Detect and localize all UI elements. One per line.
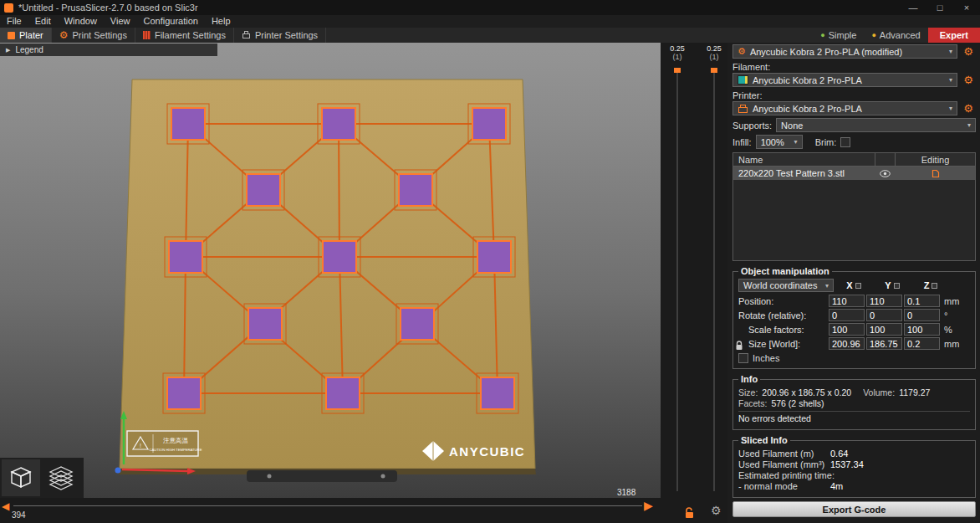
infill-select[interactable]: 100% ▾: [756, 135, 803, 149]
mode-switcher: ● Simple ● Advanced Expert: [813, 28, 980, 43]
print-profile-select[interactable]: ⚙ Anycubic Kobra 2 Pro-PLA (modified) ▾: [732, 44, 957, 59]
menu-help[interactable]: Help: [205, 15, 237, 28]
tab-bar: Plater ⚙ Print Settings Filament Setting…: [0, 28, 980, 43]
filament-profile-select[interactable]: Anycubic Kobra 2 Pro-PLA ▾: [732, 73, 957, 87]
size-x-input[interactable]: [829, 337, 865, 350]
legend-expand-icon[interactable]: ▶: [6, 47, 10, 54]
tab-print-settings-label: Print Settings: [73, 30, 127, 40]
export-gcode-button[interactable]: Export G-code: [732, 501, 976, 517]
menu-file[interactable]: File: [0, 15, 28, 28]
3d-viewport[interactable]: ! 注意高温 CAUTION HIGH TEMPERATURE ANYCUBIC: [0, 43, 661, 498]
eye-icon[interactable]: [880, 170, 891, 177]
mode-simple-label: Simple: [829, 30, 857, 40]
position-label: Position:: [738, 296, 827, 306]
visibility-cell[interactable]: [875, 167, 895, 180]
mirror-x-icon[interactable]: [855, 283, 861, 289]
position-x-input[interactable]: [829, 295, 865, 307]
close-button[interactable]: ×: [953, 0, 980, 15]
printer-profile-row: Anycubic Kobra 2 Pro-PLA ▾ ⚙: [732, 101, 976, 115]
uniform-scale-lock-icon[interactable]: [735, 341, 743, 351]
menu-edit[interactable]: Edit: [28, 15, 58, 28]
mode-expert[interactable]: Expert: [928, 28, 980, 43]
inches-checkbox[interactable]: [738, 353, 748, 363]
brim-label: Brim:: [815, 137, 837, 147]
rotate-y-input[interactable]: [866, 309, 902, 321]
volume-value: 1179.27: [899, 387, 930, 397]
column-name: Name: [733, 153, 875, 166]
printer-profile-value: Anycubic Kobra 2 Pro-PLA: [753, 104, 862, 114]
horizontal-slider-track[interactable]: [13, 505, 642, 506]
axis-header-x: X: [835, 280, 872, 290]
edit-document-icon[interactable]: [932, 169, 940, 178]
filament-settings-gear-button[interactable]: ⚙: [961, 73, 976, 87]
printer-settings-gear-button[interactable]: ⚙: [961, 101, 976, 115]
slider-left-arrow[interactable]: ◀: [2, 501, 9, 511]
size-y-input[interactable]: [866, 337, 902, 350]
bed-front-bar: [247, 470, 397, 482]
coordinates-select[interactable]: World coordinates ▾: [738, 279, 834, 292]
chevron-down-icon: ▾: [967, 121, 971, 129]
size-unit: mm: [942, 339, 960, 349]
lock-open-icon[interactable]: [684, 507, 695, 519]
layer-slider-label-1: 0.25 (1): [662, 44, 692, 61]
tab-plater[interactable]: Plater: [0, 28, 52, 43]
chevron-down-icon: ▾: [949, 48, 952, 55]
used-filament-mm3-row: Used Filament (mm³) 1537.34: [738, 459, 970, 469]
used-filament-m-value: 0.64: [830, 449, 848, 459]
scene-canvas: ! 注意高温 CAUTION HIGH TEMPERATURE ANYCUBIC: [0, 43, 661, 498]
mirror-z-icon[interactable]: [932, 283, 937, 289]
menu-window[interactable]: Window: [58, 15, 104, 28]
mode-advanced[interactable]: ● Advanced: [864, 28, 927, 43]
layer-slider-handle-2[interactable]: [711, 68, 717, 73]
supports-label: Supports:: [732, 120, 772, 131]
scale-row: Scale factors: %: [738, 323, 970, 336]
object-manipulation-section: Object manipulation World coordinates ▾ …: [732, 266, 976, 369]
tab-printer-settings[interactable]: Printer Settings: [234, 28, 326, 43]
plater-icon: [8, 32, 15, 39]
layer-slider-handle-1[interactable]: [674, 68, 681, 73]
rotate-label: Rotate (relative):: [738, 310, 827, 320]
position-z-input[interactable]: [904, 295, 940, 307]
bottom-slider-bar: ◀ ▶ 394 ⚙: [0, 498, 727, 523]
axis-y-label: Y: [885, 280, 891, 290]
preview-layers-toggle[interactable]: [42, 459, 80, 496]
minimize-button[interactable]: —: [900, 0, 926, 15]
menu-view[interactable]: View: [104, 15, 137, 28]
brim-checkbox[interactable]: [840, 137, 850, 147]
supports-select[interactable]: None ▾: [776, 118, 976, 132]
window-title: *Untitled - PrusaSlicer-2.7.0 based on S…: [18, 3, 198, 13]
size-row: Size [World]: mm: [738, 337, 970, 350]
scale-y-input[interactable]: [866, 323, 902, 336]
printer-profile-select[interactable]: Anycubic Kobra 2 Pro-PLA ▾: [732, 101, 957, 115]
position-row: Position: mm: [738, 295, 970, 307]
supports-value: None: [781, 120, 803, 131]
editing-cell[interactable]: [895, 167, 975, 180]
menu-configuration[interactable]: Configuration: [136, 15, 204, 28]
tab-print-settings[interactable]: ⚙ Print Settings: [52, 28, 135, 43]
normal-mode-label: - normal mode: [738, 481, 830, 491]
tab-filament-settings[interactable]: Filament Settings: [135, 28, 234, 43]
rotate-z-input[interactable]: [904, 309, 940, 321]
slider-right-arrow[interactable]: ▶: [644, 500, 653, 511]
slider-settings-gear-icon[interactable]: ⚙: [711, 505, 722, 516]
layer-slider-track-1[interactable]: [676, 68, 678, 491]
object-name: 220x220 Test Pattern 3.stl: [733, 167, 875, 180]
print-settings-gear-button[interactable]: ⚙: [961, 44, 976, 59]
rotate-x-input[interactable]: [829, 309, 865, 321]
maximize-button[interactable]: □: [926, 0, 953, 15]
mirror-y-icon[interactable]: [894, 283, 900, 289]
scale-x-input[interactable]: [829, 323, 865, 336]
layer-slider-label-2: 0.25 (1): [699, 44, 729, 61]
size-label: Size [World]:: [738, 339, 827, 349]
object-list-row[interactable]: 220x220 Test Pattern 3.stl: [733, 167, 975, 180]
object-list-header: Name Editing: [733, 153, 975, 167]
layer-slider-strip: 0.25 (1) 0.25 (1): [661, 43, 727, 498]
scale-z-input[interactable]: [904, 323, 940, 336]
mode-simple[interactable]: ● Simple: [813, 28, 864, 43]
layer-slider-track-2[interactable]: [713, 68, 715, 491]
legend-panel[interactable]: ▶ Legend: [0, 44, 217, 56]
size-z-input[interactable]: [904, 337, 940, 350]
caution-label: ! 注意高温 CAUTION HIGH TEMPERATURE: [127, 431, 202, 456]
position-y-input[interactable]: [866, 295, 902, 307]
3d-view-toggle[interactable]: [2, 459, 40, 496]
